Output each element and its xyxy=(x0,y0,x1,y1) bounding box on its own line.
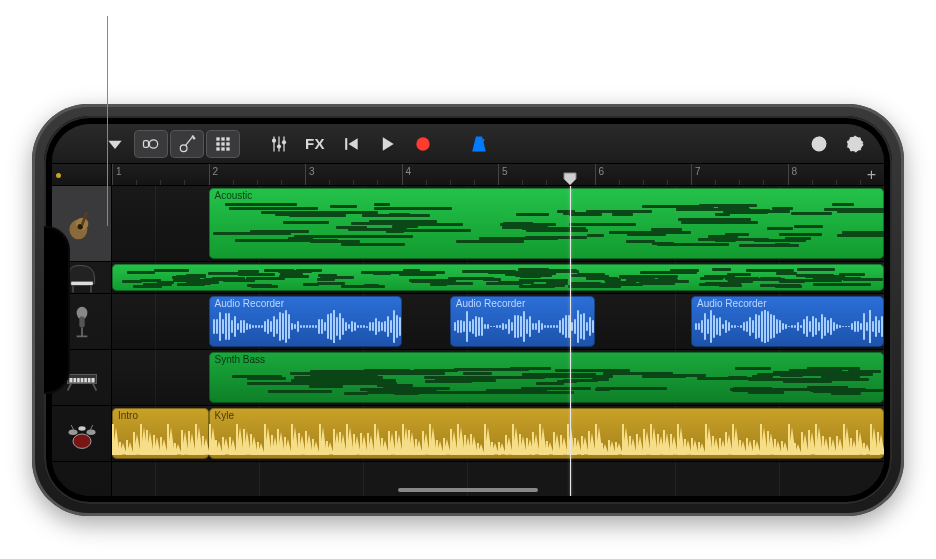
track-lane-grand-piano[interactable] xyxy=(112,262,884,294)
ruler-bar-1: 1 xyxy=(112,164,122,185)
browser-button[interactable] xyxy=(134,130,168,158)
region-label: Acoustic xyxy=(215,190,885,201)
tracks-view-button[interactable] xyxy=(206,130,240,158)
drum-kit-icon xyxy=(64,416,100,452)
svg-line-46 xyxy=(67,383,71,390)
svg-rect-14 xyxy=(226,147,229,150)
track-lane-microphone[interactable]: Audio RecorderAudio RecorderAudio Record… xyxy=(112,294,884,350)
playhead-handle[interactable] xyxy=(563,172,577,186)
app-screen: FX xyxy=(52,124,884,496)
svg-rect-11 xyxy=(226,142,229,145)
ruler-bar-5: 5 xyxy=(498,164,508,185)
svg-point-16 xyxy=(272,138,276,142)
region[interactable]: Audio Recorder xyxy=(691,296,884,347)
region-label: Kyle xyxy=(215,410,885,421)
loop-browser-button[interactable] xyxy=(802,130,836,158)
tracks-lanes[interactable]: AcousticAudio RecorderAudio RecorderAudi… xyxy=(112,186,884,496)
region[interactable]: Intro xyxy=(112,408,209,459)
device-notch xyxy=(44,228,68,392)
tracks-area: AcousticAudio RecorderAudio RecorderAudi… xyxy=(52,186,884,496)
go-to-beginning-button[interactable] xyxy=(334,130,368,158)
svg-point-5 xyxy=(193,136,196,139)
track-header-drum-kit[interactable] xyxy=(52,406,111,462)
region-label: Audio Recorder xyxy=(697,298,884,309)
svg-point-51 xyxy=(78,426,85,431)
track-lane-synth-keys[interactable]: Synth Bass xyxy=(112,350,884,406)
region[interactable]: Audio Recorder xyxy=(450,296,595,347)
svg-point-18 xyxy=(277,144,281,148)
ruler[interactable]: + 12345678 xyxy=(52,164,884,186)
region[interactable] xyxy=(112,264,884,291)
region-label: Audio Recorder xyxy=(456,298,595,309)
device-frame: FX xyxy=(32,104,904,516)
region-label: Synth Bass xyxy=(215,354,885,365)
track-controls-button[interactable] xyxy=(262,130,296,158)
svg-rect-8 xyxy=(226,137,229,140)
region[interactable]: Acoustic xyxy=(209,188,885,259)
region[interactable]: Synth Bass xyxy=(209,352,885,403)
home-indicator[interactable] xyxy=(398,488,538,492)
instrument-button[interactable] xyxy=(170,130,204,158)
microphone-icon xyxy=(64,304,100,340)
svg-point-26 xyxy=(848,136,863,151)
svg-point-50 xyxy=(86,429,95,434)
region[interactable]: Kyle xyxy=(209,408,885,459)
device-bezel: FX xyxy=(44,116,892,504)
section-marker[interactable] xyxy=(56,173,61,178)
svg-rect-6 xyxy=(216,137,219,140)
fx-button[interactable]: FX xyxy=(298,130,332,158)
svg-point-1 xyxy=(149,139,157,147)
record-button[interactable] xyxy=(406,130,440,158)
svg-rect-13 xyxy=(221,147,224,150)
svg-rect-10 xyxy=(221,142,224,145)
region-label: Intro xyxy=(118,410,209,421)
track-lane-drum-kit[interactable]: IntroKyle xyxy=(112,406,884,462)
control-bar: FX xyxy=(52,124,884,164)
synth-keys-icon xyxy=(64,360,100,396)
ruler-bar-4: 4 xyxy=(402,164,412,185)
play-button[interactable] xyxy=(370,130,404,158)
region-label: Audio Recorder xyxy=(215,298,402,309)
svg-rect-7 xyxy=(221,137,224,140)
metronome-button[interactable] xyxy=(462,130,496,158)
svg-rect-31 xyxy=(71,281,93,285)
ruler-bar-6: 6 xyxy=(595,164,605,185)
fx-label: FX xyxy=(305,135,325,152)
grand-piano-icon xyxy=(64,260,100,296)
settings-button[interactable] xyxy=(838,130,872,158)
ruler-bar-7: 7 xyxy=(691,164,701,185)
svg-rect-9 xyxy=(216,142,219,145)
svg-line-47 xyxy=(92,383,96,390)
svg-rect-0 xyxy=(144,140,149,147)
svg-point-22 xyxy=(416,137,429,150)
svg-rect-35 xyxy=(79,316,84,327)
svg-rect-12 xyxy=(216,147,219,150)
ruler-bar-2: 2 xyxy=(209,164,219,185)
region[interactable]: Audio Recorder xyxy=(209,296,402,347)
ruler-bar-3: 3 xyxy=(305,164,315,185)
track-lane-acoustic-guitar[interactable]: Acoustic xyxy=(112,186,884,262)
svg-rect-21 xyxy=(345,138,347,150)
svg-point-48 xyxy=(73,434,91,448)
ruler-bar-8: 8 xyxy=(788,164,798,185)
callout-line xyxy=(107,16,108,226)
add-section-button[interactable]: + xyxy=(867,166,876,184)
my-songs-button[interactable] xyxy=(98,130,132,158)
svg-point-49 xyxy=(68,429,77,434)
acoustic-guitar-icon xyxy=(64,206,100,242)
svg-point-20 xyxy=(282,140,286,144)
